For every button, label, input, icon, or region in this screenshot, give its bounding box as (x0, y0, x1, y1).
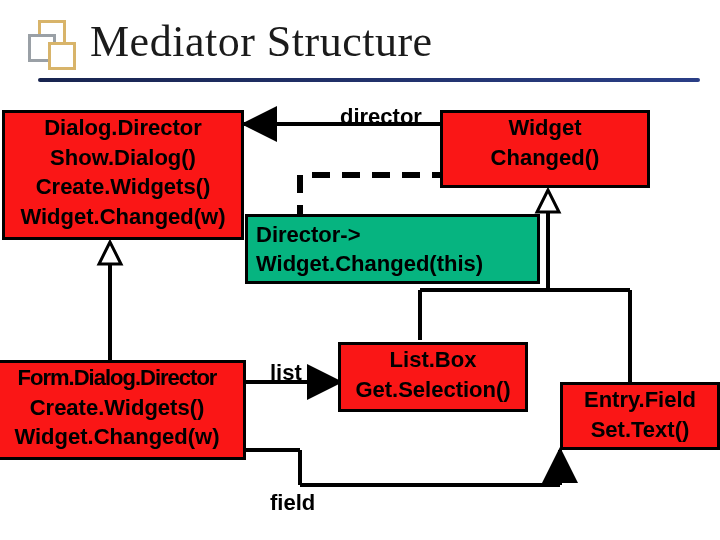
class-name: Entry.Field (563, 385, 717, 415)
assoc-label-director: director (340, 104, 422, 130)
operation: Get.Selection() (341, 375, 525, 405)
note-director-call: Director-> Widget.Changed(this) (245, 214, 540, 284)
operation: Set.Text() (563, 415, 717, 445)
assoc-label-field: field (270, 490, 315, 516)
operation: Changed() (443, 143, 647, 173)
class-name: Dialog.Director (5, 113, 241, 143)
operation: Widget.Changed(w) (5, 202, 241, 232)
class-form-dialog-director: Form.Dialog.Director Create.Widgets() Wi… (0, 360, 246, 460)
class-widget: Widget Changed() (440, 110, 650, 188)
svg-marker-6 (537, 190, 559, 212)
slide-title: Mediator Structure (90, 16, 433, 67)
title-underline (38, 78, 700, 82)
operation: Create.Widgets() (0, 393, 243, 423)
operation: Create.Widgets() (5, 172, 241, 202)
class-name: Widget (443, 113, 647, 143)
title-ornament (28, 20, 78, 70)
class-entry-field: Entry.Field Set.Text() (560, 382, 720, 450)
class-name: Form.Dialog.Director (0, 363, 243, 393)
note-line: Widget.Changed(this) (256, 250, 529, 279)
operation: Show.Dialog() (5, 143, 241, 173)
class-list-box: List.Box Get.Selection() (338, 342, 528, 412)
class-dialog-director: Dialog.Director Show.Dialog() Create.Wid… (2, 110, 244, 240)
operation: Widget.Changed(w) (0, 422, 243, 452)
note-line: Director-> (256, 221, 529, 250)
svg-marker-4 (99, 242, 121, 264)
slide: Mediator Structure Dialog.Direct (0, 0, 720, 540)
class-name: List.Box (341, 345, 525, 375)
assoc-label-list: list (270, 360, 302, 386)
